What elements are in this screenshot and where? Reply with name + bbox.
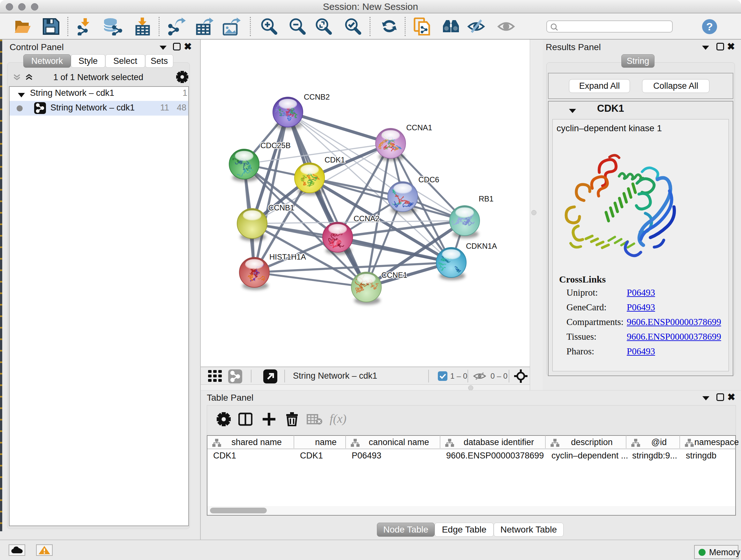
svg-text:CCNA1: CCNA1 (406, 123, 432, 132)
svg-text:HIST1H1A: HIST1H1A (269, 253, 306, 261)
svg-text:CCNE1: CCNE1 (381, 271, 407, 279)
svg-text:RB1: RB1 (479, 194, 494, 203)
svg-text:CDC6: CDC6 (418, 175, 439, 184)
svg-text:CDK1: CDK1 (325, 155, 345, 164)
svg-text:CCNB1: CCNB1 (268, 203, 294, 212)
svg-text:CDC25B: CDC25B (260, 141, 291, 150)
svg-text:CCNB2: CCNB2 (304, 92, 330, 101)
svg-text:CDKN1A: CDKN1A (466, 242, 497, 250)
svg-text:CCNA2: CCNA2 (354, 214, 380, 223)
